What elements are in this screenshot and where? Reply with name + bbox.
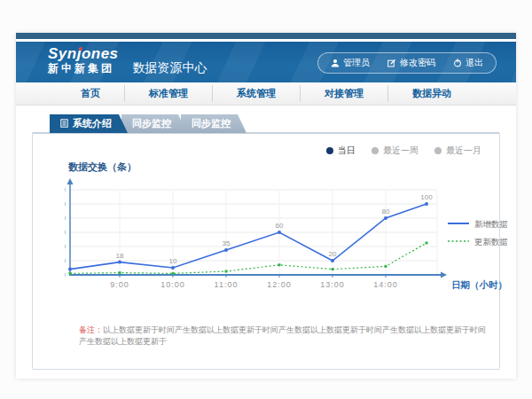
tab-active[interactable]: 系统介绍	[50, 114, 128, 133]
svg-text:14:00: 14:00	[373, 280, 398, 289]
svg-text:80: 80	[382, 207, 390, 215]
chart-y-axis-title: 数据交换（条）	[68, 160, 489, 174]
radio-dot-icon	[434, 147, 442, 154]
user-menu: 管理员修改密码退出	[317, 52, 497, 74]
power-icon	[453, 59, 462, 67]
user-menu-item[interactable]: 退出	[444, 57, 492, 69]
svg-text:100: 100	[65, 200, 66, 208]
tab-inactive[interactable]: 同步监控	[181, 114, 246, 133]
logo-subtext: 新中新集团	[48, 62, 119, 75]
range-filter-option[interactable]: 最近一周	[372, 145, 419, 157]
radio-dot-icon	[326, 147, 333, 154]
footnote-text: 以上数据更新于时间产生数据以上数据更新于时间产生数据以上数据更新于时间产生数据以…	[79, 325, 486, 346]
nav-item[interactable]: 对接管理	[300, 85, 387, 102]
svg-text:13:00: 13:00	[320, 280, 345, 289]
line-chart: 0204060801001209:0010:0011:0012:0013:001…	[65, 176, 489, 305]
svg-text:更新数据: 更新数据	[474, 237, 508, 246]
tab-label: 系统介绍	[73, 117, 112, 130]
nav-item[interactable]: 数据异动	[387, 85, 475, 102]
range-filter-label: 当日	[338, 145, 356, 157]
footnote: 备注：以上数据更新于时间产生数据以上数据更新于时间产生数据以上数据更新于时间产生…	[43, 325, 489, 348]
range-filter-label: 最近一周	[383, 145, 419, 157]
nav-item[interactable]: 首页	[57, 85, 124, 102]
range-filter-label: 最近一月	[446, 145, 481, 157]
tab-bar: 系统介绍同步监控同步监控	[50, 114, 500, 133]
svg-text:10:00: 10:00	[160, 280, 185, 289]
main-nav: 首页标准管理系统管理对接管理数据异动	[16, 82, 516, 106]
app-window: Synjones 新中新集团 数据资源中心 管理员修改密码退出 首页标准管理系统…	[16, 33, 516, 379]
svg-text:20: 20	[329, 250, 337, 258]
document-icon	[60, 119, 68, 129]
svg-text:11:00: 11:00	[215, 280, 239, 289]
svg-text:35: 35	[223, 239, 231, 247]
user-menu-item[interactable]: 修改密码	[379, 57, 444, 69]
range-filter-option[interactable]: 当日	[326, 145, 356, 157]
svg-text:40: 40	[65, 242, 66, 251]
svg-text:120: 120	[65, 185, 66, 194]
svg-text:日期（小时）: 日期（小时）	[451, 279, 507, 291]
range-filter-group: 当日最近一周最近一月	[43, 141, 489, 157]
svg-text:100: 100	[420, 193, 433, 201]
logo-text: Synjones	[48, 45, 119, 62]
user-menu-item[interactable]: 管理员	[322, 57, 379, 69]
chart-svg: 0204060801001209:0010:0011:0012:0013:001…	[65, 176, 519, 305]
nav-item[interactable]: 系统管理	[212, 85, 300, 102]
svg-text:20: 20	[65, 256, 66, 265]
footnote-prefix: 备注：	[79, 325, 103, 334]
svg-text:80: 80	[65, 214, 66, 223]
svg-text:60: 60	[65, 228, 66, 237]
svg-text:18: 18	[116, 252, 124, 260]
user-icon	[331, 59, 340, 67]
user-menu-label: 修改密码	[400, 57, 435, 69]
radio-dot-icon	[372, 147, 379, 154]
brand-logo: Synjones 新中新集团	[48, 45, 119, 82]
user-menu-label: 退出	[466, 57, 483, 69]
svg-text:0: 0	[65, 270, 66, 279]
system-intro-panel: 当日最近一周最近一月 数据交换（条） 0204060801001209:0010…	[32, 132, 500, 370]
tab-label: 同步监控	[192, 117, 231, 130]
page-title: 数据资源中心	[133, 60, 207, 82]
svg-text:12:00: 12:00	[267, 280, 292, 289]
svg-text:9:00: 9:00	[110, 280, 129, 289]
app-header: Synjones 新中新集团 数据资源中心 管理员修改密码退出	[16, 42, 516, 82]
nav-item[interactable]: 标准管理	[124, 85, 212, 102]
top-accent-strip	[16, 33, 516, 39]
edit-icon	[387, 59, 396, 67]
svg-text:60: 60	[276, 222, 284, 230]
user-menu-label: 管理员	[343, 57, 370, 69]
range-filter-option[interactable]: 最近一月	[434, 145, 481, 157]
svg-text:新增数据: 新增数据	[474, 219, 508, 229]
content-area: 系统介绍同步监控同步监控 当日最近一周最近一月 数据交换（条） 02040608…	[16, 106, 516, 379]
svg-text:10: 10	[169, 257, 177, 265]
tab-inactive[interactable]: 同步监控	[121, 114, 187, 133]
tab-label: 同步监控	[132, 117, 171, 130]
logo-accent-dot	[79, 47, 82, 51]
